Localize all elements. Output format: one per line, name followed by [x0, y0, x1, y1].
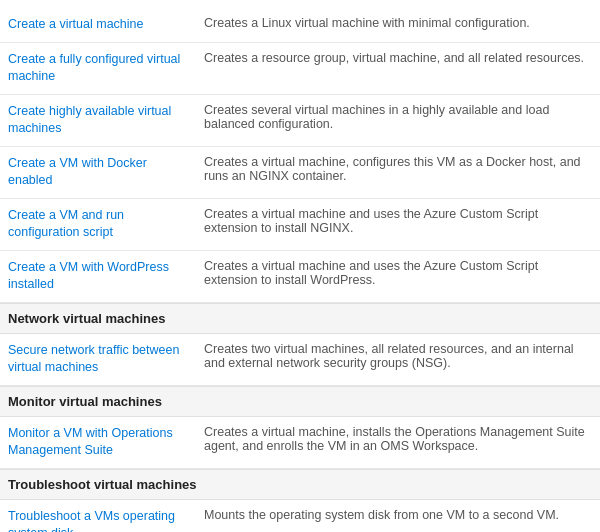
- row-description: Creates a Linux virtual machine with min…: [200, 8, 600, 42]
- row-link-cell: Create a VM with WordPress installed: [0, 251, 200, 302]
- row-link-cell: Create highly available virtual machines: [0, 95, 200, 146]
- row-link-cell: Create a virtual machine: [0, 8, 200, 42]
- row-link[interactable]: Create a VM with Docker enabled: [8, 156, 147, 188]
- row-description: Creates a virtual machine, configures th…: [200, 147, 600, 198]
- table-row: Secure network traffic between virtual m…: [0, 334, 600, 386]
- row-description: Creates a virtual machine and uses the A…: [200, 199, 600, 250]
- row-description: Creates a virtual machine, installs the …: [200, 417, 600, 468]
- row-link[interactable]: Troubleshoot a VMs operating system disk: [8, 509, 175, 533]
- row-link-cell: Create a VM with Docker enabled: [0, 147, 200, 198]
- table-row: Create highly available virtual machines…: [0, 95, 600, 147]
- row-link[interactable]: Create a VM and run configuration script: [8, 208, 124, 240]
- row-description: Creates a resource group, virtual machin…: [200, 43, 600, 94]
- row-link[interactable]: Create a fully configured virtual machin…: [8, 52, 180, 84]
- section-header: Troubleshoot virtual machines: [0, 469, 600, 500]
- row-description: Mounts the operating system disk from on…: [200, 500, 600, 533]
- row-link-cell: Create a VM and run configuration script: [0, 199, 200, 250]
- table-row: Create a VM with WordPress installedCrea…: [0, 251, 600, 303]
- table-row: Troubleshoot a VMs operating system disk…: [0, 500, 600, 533]
- section-header: Monitor virtual machines: [0, 386, 600, 417]
- table-row: Create a VM with Docker enabledCreates a…: [0, 147, 600, 199]
- row-link-cell: Monitor a VM with Operations Management …: [0, 417, 200, 468]
- row-link[interactable]: Monitor a VM with Operations Management …: [8, 426, 173, 458]
- section-header: Network virtual machines: [0, 303, 600, 334]
- table-row: Create a virtual machineCreates a Linux …: [0, 8, 600, 43]
- section-header-row: Monitor virtual machines: [0, 386, 600, 417]
- row-link[interactable]: Secure network traffic between virtual m…: [8, 343, 179, 375]
- table-row: Create a fully configured virtual machin…: [0, 43, 600, 95]
- row-link-cell: Troubleshoot a VMs operating system disk: [0, 500, 200, 533]
- section-header-row: Network virtual machines: [0, 303, 600, 334]
- page-container: Create a virtual machineCreates a Linux …: [0, 0, 600, 532]
- row-link-cell: Create a fully configured virtual machin…: [0, 43, 200, 94]
- row-link[interactable]: Create highly available virtual machines: [8, 104, 171, 136]
- section-header-row: Troubleshoot virtual machines: [0, 469, 600, 500]
- row-link[interactable]: Create a VM with WordPress installed: [8, 260, 169, 292]
- row-description: Creates two virtual machines, all relate…: [200, 334, 600, 385]
- table-row: Monitor a VM with Operations Management …: [0, 417, 600, 469]
- table-row: Create a VM and run configuration script…: [0, 199, 600, 251]
- row-description: Creates several virtual machines in a hi…: [200, 95, 600, 146]
- row-link[interactable]: Create a virtual machine: [8, 17, 143, 31]
- row-link-cell: Secure network traffic between virtual m…: [0, 334, 200, 385]
- row-description: Creates a virtual machine and uses the A…: [200, 251, 600, 302]
- table-container: Create a virtual machineCreates a Linux …: [0, 8, 600, 532]
